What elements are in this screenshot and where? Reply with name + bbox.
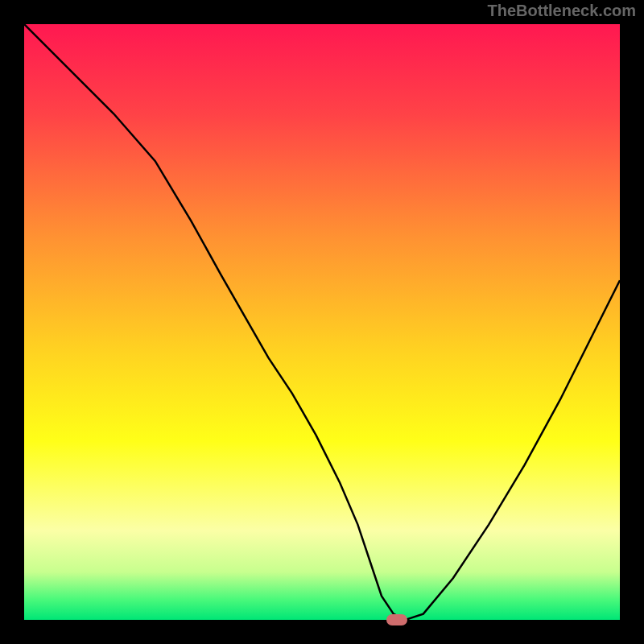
chart-svg xyxy=(24,24,620,620)
plot-area xyxy=(24,24,620,620)
chart-frame: TheBottleneck.com xyxy=(0,0,644,644)
watermark-text: TheBottleneck.com xyxy=(488,2,636,20)
optimal-marker xyxy=(386,614,407,625)
